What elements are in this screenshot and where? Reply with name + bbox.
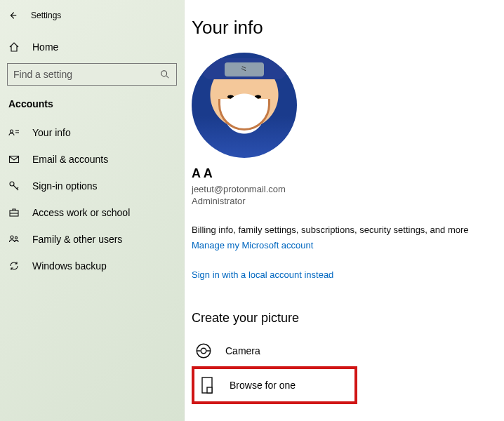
sidebar-item-email-accounts[interactable]: Email & accounts (0, 146, 184, 173)
sidebar-item-signin-options[interactable]: Sign-in options (0, 173, 184, 199)
briefcase-icon (8, 207, 20, 218)
local-account-link[interactable]: Sign in with a local account instead (192, 269, 333, 280)
mail-icon (8, 154, 20, 165)
main-content: Your info ⺀ A A jeetut@protonmail.com Ad… (185, 0, 504, 421)
svg-point-13 (201, 348, 206, 354)
svg-point-10 (11, 236, 13, 239)
svg-line-2 (166, 76, 169, 79)
billing-info-note: Billing info, family settings, subscript… (192, 225, 504, 235)
sidebar-item-family-other-users[interactable]: Family & other users (0, 226, 184, 253)
manage-microsoft-account-link[interactable]: Manage my Microsoft account (192, 240, 313, 250)
avatar: ⺀ (192, 53, 297, 158)
home-label: Home (32, 41, 58, 53)
display-name: A A (192, 166, 504, 181)
camera-label: Camera (225, 345, 260, 356)
sidebar-item-access-work-school[interactable]: Access work or school (0, 199, 184, 226)
home-icon (8, 41, 20, 53)
sidebar-item-label: Access work or school (32, 207, 130, 218)
search-input[interactable] (13, 69, 159, 80)
svg-point-1 (161, 71, 167, 76)
people-icon (8, 234, 20, 245)
key-icon (8, 180, 20, 192)
user-role: Administrator (192, 196, 504, 206)
page-title: Your info (192, 17, 504, 39)
browse-label: Browse for one (230, 380, 296, 391)
sidebar-item-label: Windows backup (32, 260, 107, 272)
svg-rect-17 (207, 387, 212, 393)
home-nav[interactable]: Home (0, 35, 184, 59)
search-container (7, 63, 177, 86)
sidebar-item-label: Your info (32, 127, 71, 138)
svg-point-3 (11, 130, 13, 133)
sidebar-header: Settings (0, 6, 184, 25)
create-picture-heading: Create your picture (192, 311, 504, 326)
sidebar: Settings Home Accounts Your info Email &… (0, 0, 185, 421)
search-icon (159, 69, 171, 80)
sidebar-item-label: Sign-in options (32, 180, 98, 192)
camera-icon (194, 342, 213, 360)
back-icon[interactable] (7, 10, 18, 21)
sidebar-item-windows-backup[interactable]: Windows backup (0, 253, 184, 279)
camera-option[interactable]: Camera (192, 335, 504, 366)
user-email: jeetut@protonmail.com (192, 184, 504, 194)
avatar-headband-icon: ⺀ (225, 62, 264, 76)
sync-icon (8, 260, 20, 272)
browse-for-one-option[interactable]: Browse for one (196, 376, 296, 394)
browse-icon (199, 376, 217, 394)
sidebar-item-your-info[interactable]: Your info (0, 119, 184, 146)
search-box[interactable] (7, 63, 177, 86)
person-card-icon (8, 127, 20, 138)
sidebar-section-label: Accounts (0, 95, 184, 119)
sidebar-item-label: Email & accounts (32, 154, 108, 165)
svg-point-11 (15, 236, 17, 239)
app-title: Settings (31, 11, 61, 20)
browse-highlight: Browse for one (192, 366, 357, 404)
sidebar-item-label: Family & other users (32, 234, 122, 245)
